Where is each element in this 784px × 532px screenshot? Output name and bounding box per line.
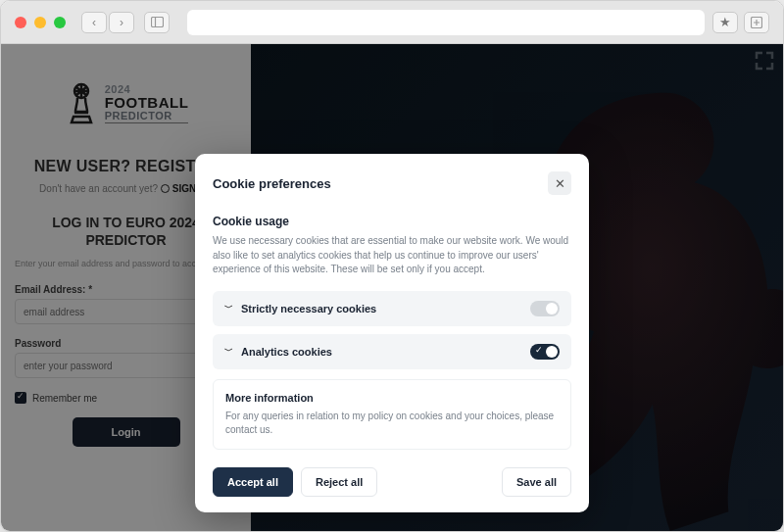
close-button[interactable]: ✕ (548, 171, 571, 195)
close-window-icon[interactable] (15, 17, 26, 28)
more-info-title: More information (225, 392, 559, 404)
bookmark-button[interactable]: ★ (712, 12, 738, 33)
svg-rect-0 (151, 18, 163, 27)
category-analytics[interactable]: ﹀ Analytics cookies (213, 334, 571, 369)
window-controls (15, 17, 66, 28)
viewport: 2024 FOOTBALL PREDICTOR NEW USER? REGIST… (1, 44, 783, 531)
more-info-box: More information For any queries in rela… (213, 379, 571, 450)
chevron-down-icon: ﹀ (224, 345, 233, 358)
category-necessary-label: Strictly necessary cookies (241, 303, 376, 314)
more-info-desc: For any queries in relation to my policy… (225, 410, 559, 437)
toggle-necessary (530, 301, 560, 316)
back-button[interactable]: ‹ (81, 12, 107, 33)
forward-button[interactable]: › (109, 12, 134, 33)
nav-buttons: ‹ › (81, 12, 134, 33)
usage-title: Cookie usage (213, 215, 571, 228)
save-all-button[interactable]: Save all (502, 467, 571, 497)
browser-titlebar: ‹ › ★ (1, 1, 783, 44)
modal-actions: Accept all Reject all Save all (213, 467, 571, 497)
maximize-window-icon[interactable] (54, 17, 66, 28)
category-necessary[interactable]: ﹀ Strictly necessary cookies (213, 291, 571, 326)
accept-all-button[interactable]: Accept all (213, 467, 293, 497)
usage-desc: We use necessary cookies that are essent… (213, 234, 571, 277)
toggle-analytics[interactable] (530, 344, 560, 360)
new-tab-button[interactable] (744, 12, 769, 33)
url-bar[interactable] (187, 10, 705, 35)
close-icon: ✕ (555, 176, 565, 191)
minimize-window-icon[interactable] (34, 17, 46, 28)
reject-all-button[interactable]: Reject all (301, 467, 377, 497)
chevron-down-icon: ﹀ (224, 302, 233, 314)
category-analytics-label: Analytics cookies (241, 346, 332, 358)
sidebar-toggle-button[interactable] (144, 12, 170, 33)
modal-title: Cookie preferences (213, 176, 331, 191)
browser-window: ‹ › ★ (0, 0, 784, 532)
cookie-modal: Cookie preferences ✕ Cookie usage We use… (195, 154, 589, 512)
